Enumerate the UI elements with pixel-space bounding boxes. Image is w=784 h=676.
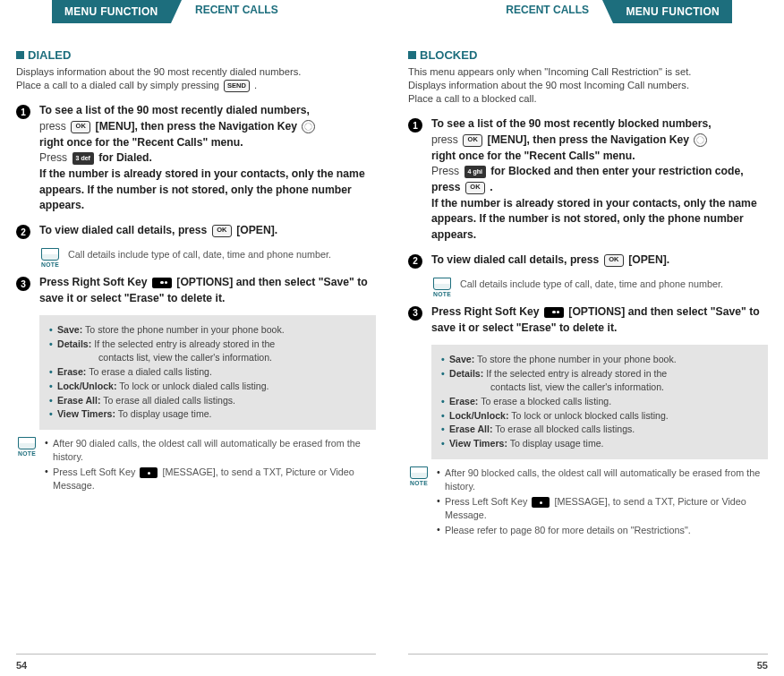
note-call-details-right: NOTE Call details include type of call, … xyxy=(431,278,768,297)
page-number: 55 xyxy=(757,660,768,671)
header-right: RECENT CALLS MENU FUNCTION xyxy=(408,0,768,25)
t: To see a list of the 90 most recently di… xyxy=(39,104,310,116)
opt-timers: View Timers: To display usage time. xyxy=(441,437,758,450)
opt-eraseall: Erase All: To erase all blocked calls li… xyxy=(441,423,758,436)
square-icon xyxy=(408,51,416,59)
header-subtitle: RECENT CALLS xyxy=(506,4,589,16)
step-3: 3 Press Right Soft Key [OPTIONS] and the… xyxy=(408,304,768,336)
softkey-dots-icon xyxy=(544,307,564,318)
step-badge: 3 xyxy=(408,306,422,321)
header-left: MENU FUNCTION RECENT CALLS xyxy=(16,0,376,25)
ok-key-icon: OK xyxy=(212,225,232,237)
nav-ring-icon xyxy=(302,120,315,133)
note-item: Press Left Soft Key [MESSAGE], to send a… xyxy=(437,495,768,521)
step-badge: 2 xyxy=(16,225,30,239)
opt-lock: Lock/Unlock: To lock or unlock dialed ca… xyxy=(49,380,366,393)
page-54: MENU FUNCTION RECENT CALLS DIALED Displa… xyxy=(0,0,392,676)
t: right once for the "Recent Calls" menu. xyxy=(431,150,635,162)
intro-line: This menu appears only when "Incoming Ca… xyxy=(408,66,691,77)
note-item: After 90 blocked calls, the oldest call … xyxy=(437,466,768,492)
note-item: Press Left Soft Key [MESSAGE], to send a… xyxy=(45,466,376,492)
step-body: To view dialed call details, press OK [O… xyxy=(39,223,277,239)
send-key-icon: SEND xyxy=(224,80,250,92)
t: press xyxy=(39,120,69,133)
softkey-dot-icon xyxy=(532,497,550,508)
note-text: Call details include type of call, date,… xyxy=(68,248,331,261)
ok-key-icon: OK xyxy=(604,254,624,267)
page-55: RECENT CALLS MENU FUNCTION BLOCKED This … xyxy=(392,0,784,676)
t: Press Right Soft Key xyxy=(431,305,542,318)
note-icon: NOTE xyxy=(16,437,38,457)
note-text: After 90 blocked calls, the oldest call … xyxy=(437,466,768,540)
t: [OPEN]. xyxy=(236,224,277,236)
header-subtitle: RECENT CALLS xyxy=(195,4,278,16)
softkey-dots-icon xyxy=(152,278,172,288)
step-body: Press Right Soft Key [OPTIONS] and then … xyxy=(39,275,376,306)
note-call-details: NOTE Call details include type of call, … xyxy=(39,248,376,268)
intro-right: This menu appears only when "Incoming Ca… xyxy=(408,65,768,106)
step-1: 1 To see a list of the 90 most recently … xyxy=(408,116,768,244)
step-3: 3 Press Right Soft Key [OPTIONS] and the… xyxy=(16,275,376,306)
note-label: NOTE xyxy=(39,261,61,268)
step-body: To see a list of the 90 most recently di… xyxy=(39,103,376,214)
t: If the number is already stored in your … xyxy=(39,167,365,211)
opt-details: Details: If the selected entry is alread… xyxy=(49,338,366,364)
t: [MENU], then press the Navigation Key xyxy=(488,133,693,146)
opt-lock: Lock/Unlock: To lock or unlock blocked c… xyxy=(441,409,758,423)
note-icon: NOTE xyxy=(408,466,430,486)
note-icon: NOTE xyxy=(431,278,453,297)
opt-details: Details: If the selected entry is alread… xyxy=(441,367,758,394)
step-2: 2 To view dialed call details, press OK … xyxy=(408,252,768,269)
opt-save: Save: To store the phone number in your … xyxy=(441,353,758,366)
section-title-text: DIALED xyxy=(28,48,71,62)
t: . xyxy=(490,181,492,193)
opt-save: Save: To store the phone number in your … xyxy=(49,323,366,337)
intro-line: Place a call to a blocked call. xyxy=(408,93,537,104)
nav-ring-icon xyxy=(694,133,707,147)
note-item: After 90 dialed calls, the oldest call w… xyxy=(45,437,376,463)
step-2: 2 To view dialed call details, press OK … xyxy=(16,223,376,239)
note-item: Please refer to page 80 for more details… xyxy=(437,524,768,537)
step-badge: 3 xyxy=(16,277,30,291)
opt-erase: Erase: To erase a dialed calls listing. xyxy=(49,365,366,379)
options-box: Save: To store the phone number in your … xyxy=(39,315,376,430)
opt-eraseall: Erase All: To erase all dialed calls lis… xyxy=(49,394,366,407)
t: To view dialed call details, press xyxy=(39,224,210,236)
t: Press xyxy=(39,151,71,164)
square-icon xyxy=(16,51,24,59)
step-body: To see a list of the 90 most recently bl… xyxy=(431,116,768,244)
ok-key-icon: OK xyxy=(71,121,90,133)
keypad-4-icon: 4 ghi xyxy=(464,166,486,178)
t: right once for the "Recent Calls" menu. xyxy=(39,136,243,149)
page-spread: MENU FUNCTION RECENT CALLS DIALED Displa… xyxy=(0,0,784,676)
footer-rule xyxy=(408,654,768,655)
note-label: NOTE xyxy=(16,450,38,457)
intro-line: Displays information about the 90 most I… xyxy=(408,80,689,90)
note-label: NOTE xyxy=(431,291,453,297)
t: [OPEN]. xyxy=(628,253,669,266)
step-badge: 1 xyxy=(16,105,30,119)
ok-key-icon: OK xyxy=(463,134,482,147)
header-tab: MENU FUNCTION xyxy=(52,0,171,23)
t: for Dialed. xyxy=(98,151,152,164)
t: Press Right Soft Key xyxy=(39,276,150,288)
step-badge: 2 xyxy=(408,254,422,269)
opt-timers: View Timers: To display usage time. xyxy=(49,407,366,421)
step-body: Press Right Soft Key [OPTIONS] and then … xyxy=(431,304,768,336)
options-box: Save: To store the phone number in your … xyxy=(431,345,768,459)
note-icon: NOTE xyxy=(39,248,61,268)
note-label: NOTE xyxy=(408,480,430,486)
softkey-dot-icon xyxy=(140,467,158,478)
ok-key-icon: OK xyxy=(465,182,485,194)
t: press xyxy=(431,133,461,146)
footer-rule xyxy=(16,654,376,655)
page-number: 54 xyxy=(16,660,27,671)
step-body: To view dialed call details, press OK [O… xyxy=(431,252,669,269)
note-text: After 90 dialed calls, the oldest call w… xyxy=(45,437,376,494)
section-title-dialed: DIALED xyxy=(16,48,376,62)
intro-line: Displays information about the 90 most r… xyxy=(16,66,301,77)
t: To view dialed call details, press xyxy=(431,253,602,266)
t: If the number is already stored in your … xyxy=(431,197,757,241)
step-badge: 1 xyxy=(408,118,422,133)
note-footer-right: NOTE After 90 blocked calls, the oldest … xyxy=(408,466,768,540)
